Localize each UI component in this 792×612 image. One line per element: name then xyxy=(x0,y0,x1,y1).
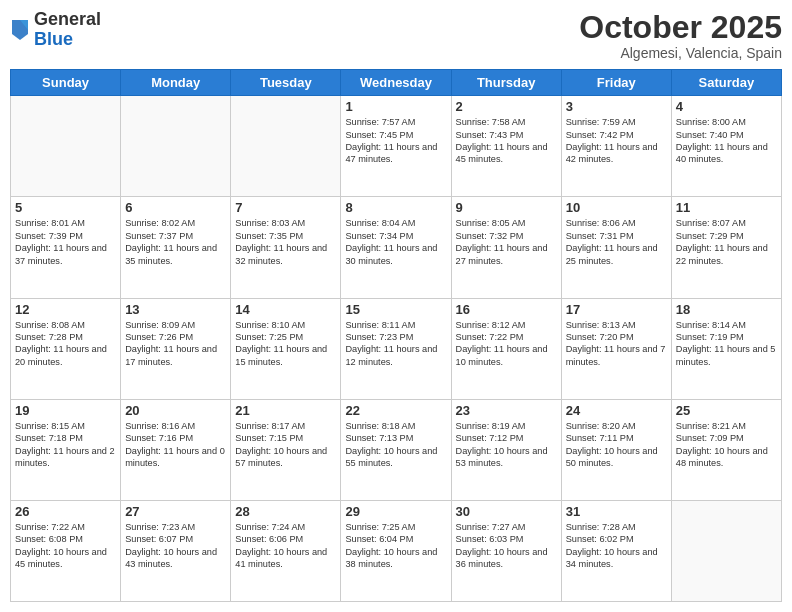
cell-info: Sunrise: 8:19 AM Sunset: 7:12 PM Dayligh… xyxy=(456,420,557,470)
day-number: 30 xyxy=(456,504,557,519)
calendar-cell: 7Sunrise: 8:03 AM Sunset: 7:35 PM Daylig… xyxy=(231,197,341,298)
calendar-cell: 31Sunrise: 7:28 AM Sunset: 6:02 PM Dayli… xyxy=(561,500,671,601)
logo-text: General Blue xyxy=(34,10,101,50)
day-number: 4 xyxy=(676,99,777,114)
calendar-cell xyxy=(231,96,341,197)
calendar-cell: 3Sunrise: 7:59 AM Sunset: 7:42 PM Daylig… xyxy=(561,96,671,197)
calendar-cell: 13Sunrise: 8:09 AM Sunset: 7:26 PM Dayli… xyxy=(121,298,231,399)
day-number: 11 xyxy=(676,200,777,215)
cell-info: Sunrise: 8:21 AM Sunset: 7:09 PM Dayligh… xyxy=(676,420,777,470)
day-header-thursday: Thursday xyxy=(451,70,561,96)
cell-info: Sunrise: 7:58 AM Sunset: 7:43 PM Dayligh… xyxy=(456,116,557,166)
calendar-cell: 14Sunrise: 8:10 AM Sunset: 7:25 PM Dayli… xyxy=(231,298,341,399)
cell-info: Sunrise: 8:11 AM Sunset: 7:23 PM Dayligh… xyxy=(345,319,446,369)
calendar-cell: 10Sunrise: 8:06 AM Sunset: 7:31 PM Dayli… xyxy=(561,197,671,298)
day-number: 13 xyxy=(125,302,226,317)
cell-info: Sunrise: 8:00 AM Sunset: 7:40 PM Dayligh… xyxy=(676,116,777,166)
day-number: 14 xyxy=(235,302,336,317)
page: General Blue October 2025 Algemesi, Vale… xyxy=(0,0,792,612)
cell-info: Sunrise: 7:24 AM Sunset: 6:06 PM Dayligh… xyxy=(235,521,336,571)
cell-info: Sunrise: 7:23 AM Sunset: 6:07 PM Dayligh… xyxy=(125,521,226,571)
day-number: 23 xyxy=(456,403,557,418)
header: General Blue October 2025 Algemesi, Vale… xyxy=(10,10,782,61)
day-number: 19 xyxy=(15,403,116,418)
calendar-cell: 15Sunrise: 8:11 AM Sunset: 7:23 PM Dayli… xyxy=(341,298,451,399)
calendar-cell: 24Sunrise: 8:20 AM Sunset: 7:11 PM Dayli… xyxy=(561,399,671,500)
day-number: 21 xyxy=(235,403,336,418)
day-number: 3 xyxy=(566,99,667,114)
calendar-week-4: 26Sunrise: 7:22 AM Sunset: 6:08 PM Dayli… xyxy=(11,500,782,601)
calendar-cell xyxy=(671,500,781,601)
calendar-cell: 28Sunrise: 7:24 AM Sunset: 6:06 PM Dayli… xyxy=(231,500,341,601)
calendar-week-1: 5Sunrise: 8:01 AM Sunset: 7:39 PM Daylig… xyxy=(11,197,782,298)
day-number: 17 xyxy=(566,302,667,317)
day-header-saturday: Saturday xyxy=(671,70,781,96)
day-number: 24 xyxy=(566,403,667,418)
cell-info: Sunrise: 7:25 AM Sunset: 6:04 PM Dayligh… xyxy=(345,521,446,571)
cell-info: Sunrise: 8:02 AM Sunset: 7:37 PM Dayligh… xyxy=(125,217,226,267)
cell-info: Sunrise: 8:01 AM Sunset: 7:39 PM Dayligh… xyxy=(15,217,116,267)
calendar-cell: 11Sunrise: 8:07 AM Sunset: 7:29 PM Dayli… xyxy=(671,197,781,298)
title-block: October 2025 Algemesi, Valencia, Spain xyxy=(579,10,782,61)
cell-info: Sunrise: 8:03 AM Sunset: 7:35 PM Dayligh… xyxy=(235,217,336,267)
calendar-cell xyxy=(121,96,231,197)
day-number: 18 xyxy=(676,302,777,317)
day-number: 1 xyxy=(345,99,446,114)
day-header-tuesday: Tuesday xyxy=(231,70,341,96)
cell-info: Sunrise: 8:12 AM Sunset: 7:22 PM Dayligh… xyxy=(456,319,557,369)
cell-info: Sunrise: 7:22 AM Sunset: 6:08 PM Dayligh… xyxy=(15,521,116,571)
cell-info: Sunrise: 8:18 AM Sunset: 7:13 PM Dayligh… xyxy=(345,420,446,470)
day-number: 2 xyxy=(456,99,557,114)
calendar-cell: 1Sunrise: 7:57 AM Sunset: 7:45 PM Daylig… xyxy=(341,96,451,197)
day-number: 5 xyxy=(15,200,116,215)
calendar-cell: 22Sunrise: 8:18 AM Sunset: 7:13 PM Dayli… xyxy=(341,399,451,500)
day-number: 9 xyxy=(456,200,557,215)
cell-info: Sunrise: 7:27 AM Sunset: 6:03 PM Dayligh… xyxy=(456,521,557,571)
calendar-week-0: 1Sunrise: 7:57 AM Sunset: 7:45 PM Daylig… xyxy=(11,96,782,197)
day-number: 15 xyxy=(345,302,446,317)
day-number: 10 xyxy=(566,200,667,215)
calendar-cell xyxy=(11,96,121,197)
calendar-cell: 17Sunrise: 8:13 AM Sunset: 7:20 PM Dayli… xyxy=(561,298,671,399)
calendar-cell: 18Sunrise: 8:14 AM Sunset: 7:19 PM Dayli… xyxy=(671,298,781,399)
cell-info: Sunrise: 8:20 AM Sunset: 7:11 PM Dayligh… xyxy=(566,420,667,470)
day-header-sunday: Sunday xyxy=(11,70,121,96)
calendar-cell: 2Sunrise: 7:58 AM Sunset: 7:43 PM Daylig… xyxy=(451,96,561,197)
day-number: 31 xyxy=(566,504,667,519)
cell-info: Sunrise: 8:10 AM Sunset: 7:25 PM Dayligh… xyxy=(235,319,336,369)
cell-info: Sunrise: 8:05 AM Sunset: 7:32 PM Dayligh… xyxy=(456,217,557,267)
calendar-week-2: 12Sunrise: 8:08 AM Sunset: 7:28 PM Dayli… xyxy=(11,298,782,399)
day-number: 16 xyxy=(456,302,557,317)
cell-info: Sunrise: 7:57 AM Sunset: 7:45 PM Dayligh… xyxy=(345,116,446,166)
cell-info: Sunrise: 8:08 AM Sunset: 7:28 PM Dayligh… xyxy=(15,319,116,369)
day-number: 25 xyxy=(676,403,777,418)
calendar-cell: 25Sunrise: 8:21 AM Sunset: 7:09 PM Dayli… xyxy=(671,399,781,500)
day-header-friday: Friday xyxy=(561,70,671,96)
calendar-cell: 16Sunrise: 8:12 AM Sunset: 7:22 PM Dayli… xyxy=(451,298,561,399)
calendar-cell: 4Sunrise: 8:00 AM Sunset: 7:40 PM Daylig… xyxy=(671,96,781,197)
calendar-cell: 20Sunrise: 8:16 AM Sunset: 7:16 PM Dayli… xyxy=(121,399,231,500)
calendar-cell: 27Sunrise: 7:23 AM Sunset: 6:07 PM Dayli… xyxy=(121,500,231,601)
day-number: 26 xyxy=(15,504,116,519)
calendar-cell: 21Sunrise: 8:17 AM Sunset: 7:15 PM Dayli… xyxy=(231,399,341,500)
calendar-cell: 19Sunrise: 8:15 AM Sunset: 7:18 PM Dayli… xyxy=(11,399,121,500)
calendar-cell: 26Sunrise: 7:22 AM Sunset: 6:08 PM Dayli… xyxy=(11,500,121,601)
calendar-cell: 8Sunrise: 8:04 AM Sunset: 7:34 PM Daylig… xyxy=(341,197,451,298)
day-header-wednesday: Wednesday xyxy=(341,70,451,96)
month-title: October 2025 xyxy=(579,10,782,45)
cell-info: Sunrise: 8:14 AM Sunset: 7:19 PM Dayligh… xyxy=(676,319,777,369)
logo-icon xyxy=(10,18,30,42)
day-number: 29 xyxy=(345,504,446,519)
cell-info: Sunrise: 8:06 AM Sunset: 7:31 PM Dayligh… xyxy=(566,217,667,267)
day-number: 8 xyxy=(345,200,446,215)
cell-info: Sunrise: 8:16 AM Sunset: 7:16 PM Dayligh… xyxy=(125,420,226,470)
cell-info: Sunrise: 8:15 AM Sunset: 7:18 PM Dayligh… xyxy=(15,420,116,470)
day-number: 22 xyxy=(345,403,446,418)
cell-info: Sunrise: 8:04 AM Sunset: 7:34 PM Dayligh… xyxy=(345,217,446,267)
cell-info: Sunrise: 8:17 AM Sunset: 7:15 PM Dayligh… xyxy=(235,420,336,470)
day-number: 27 xyxy=(125,504,226,519)
day-header-monday: Monday xyxy=(121,70,231,96)
day-number: 12 xyxy=(15,302,116,317)
cell-info: Sunrise: 8:13 AM Sunset: 7:20 PM Dayligh… xyxy=(566,319,667,369)
calendar-cell: 23Sunrise: 8:19 AM Sunset: 7:12 PM Dayli… xyxy=(451,399,561,500)
